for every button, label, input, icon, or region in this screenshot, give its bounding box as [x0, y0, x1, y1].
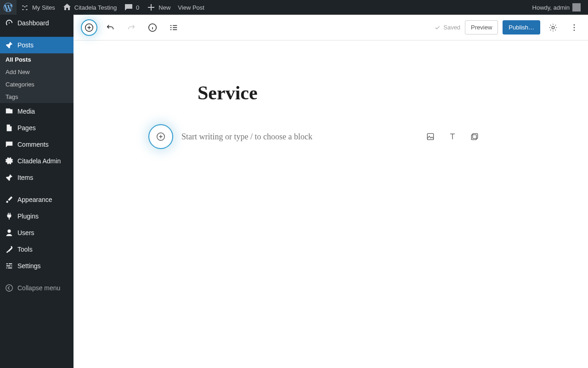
menu-citadela-admin[interactable]: Citadela Admin	[0, 153, 74, 169]
menu-comments[interactable]: Comments	[0, 136, 74, 153]
new-content-menu[interactable]: New	[143, 0, 174, 15]
svg-point-4	[574, 24, 575, 25]
menu-label: Collapse menu	[17, 284, 60, 292]
image-block-icon[interactable]	[425, 131, 436, 142]
heading-block-icon[interactable]	[447, 131, 458, 142]
howdy-label: Howdy, admin	[532, 4, 570, 11]
menu-label: Citadela Admin	[17, 157, 61, 165]
menu-posts[interactable]: Posts	[0, 37, 74, 53]
toolbar-left	[81, 19, 182, 36]
comments-count: 0	[136, 4, 139, 11]
block-editor: Saved Preview Publish… Service Start wri…	[74, 15, 588, 368]
inline-add-block-button[interactable]	[148, 124, 173, 149]
menu-label: Tools	[17, 246, 33, 253]
menu-tools[interactable]: Tools	[0, 241, 74, 258]
editor-content: Service Start writing or type / to choos…	[74, 40, 588, 149]
page-icon	[5, 123, 14, 132]
submenu-posts: All Posts Add New Categories Tags	[0, 53, 74, 103]
menu-pages[interactable]: Pages	[0, 120, 74, 136]
wordpress-icon	[4, 3, 13, 12]
more-options-button[interactable]	[566, 19, 582, 36]
dashboard-icon	[5, 18, 14, 28]
inline-block-tools	[425, 131, 480, 142]
wrench-icon	[5, 245, 14, 254]
svg-point-5	[574, 27, 575, 28]
my-account[interactable]: Howdy, admin	[529, 0, 584, 15]
wp-logo-menu[interactable]	[0, 0, 17, 15]
svg-rect-9	[473, 133, 478, 138]
editor-toolbar: Saved Preview Publish…	[74, 15, 588, 40]
gear-icon	[5, 156, 14, 166]
view-post-label: View Post	[178, 4, 204, 11]
admin-bar-left: My Sites Citadela Testing 0 New View Pos…	[0, 0, 208, 15]
saved-label: Saved	[443, 24, 460, 31]
my-sites-menu[interactable]: My Sites	[17, 0, 59, 15]
add-block-button[interactable]	[81, 19, 97, 36]
menu-label: Plugins	[17, 213, 39, 220]
menu-users[interactable]: Users	[0, 224, 74, 241]
default-block-row: Start writing or type / to choose a bloc…	[181, 124, 480, 149]
block-placeholder-text[interactable]: Start writing or type / to choose a bloc…	[181, 132, 384, 142]
menu-label: Appearance	[17, 196, 52, 203]
menu-label: Comments	[17, 141, 49, 148]
svg-point-3	[552, 26, 554, 29]
admin-bar-right: Howdy, admin	[529, 0, 588, 15]
new-label: New	[158, 4, 170, 11]
sliders-icon	[5, 261, 14, 270]
collapse-icon	[5, 283, 14, 293]
admin-bar: My Sites Citadela Testing 0 New View Pos…	[0, 0, 588, 15]
publish-button[interactable]: Publish…	[503, 20, 540, 34]
menu-media[interactable]: Media	[0, 103, 74, 120]
menu-settings[interactable]: Settings	[0, 258, 74, 274]
menu-label: Dashboard	[17, 19, 49, 27]
save-status: Saved	[434, 24, 460, 31]
redo-button[interactable]	[123, 19, 140, 36]
submenu-categories[interactable]: Categories	[0, 78, 74, 91]
menu-collapse[interactable]: Collapse menu	[0, 280, 74, 296]
site-name-label: Citadela Testing	[74, 4, 117, 11]
comment-icon	[124, 3, 133, 12]
pin-icon	[5, 173, 14, 182]
svg-rect-8	[427, 133, 433, 139]
pin-icon	[5, 40, 14, 50]
menu-items[interactable]: Items	[0, 169, 74, 186]
comments-menu[interactable]: 0	[120, 0, 143, 15]
plug-icon	[5, 212, 14, 221]
settings-button[interactable]	[545, 19, 561, 36]
menu-dashboard[interactable]: Dashboard	[0, 15, 74, 31]
media-icon	[5, 107, 14, 116]
my-sites-label: My Sites	[32, 4, 55, 11]
brush-icon	[5, 195, 14, 204]
menu-label: Items	[17, 174, 33, 181]
toolbar-right: Saved Preview Publish…	[434, 19, 582, 36]
svg-rect-10	[471, 135, 476, 140]
menu-label: Users	[17, 229, 34, 236]
post-title-input[interactable]: Service	[198, 82, 464, 104]
user-icon	[5, 228, 14, 237]
multisite-icon	[20, 3, 29, 12]
submenu-add-new[interactable]: Add New	[0, 66, 74, 78]
menu-label: Pages	[17, 124, 36, 132]
svg-point-6	[574, 29, 575, 31]
admin-sidebar: Dashboard Posts All Posts Add New Catego…	[0, 15, 74, 368]
plus-icon	[147, 3, 156, 12]
preview-button[interactable]: Preview	[465, 20, 498, 34]
site-name-menu[interactable]: Citadela Testing	[59, 0, 120, 15]
outline-button[interactable]	[165, 19, 182, 36]
menu-label: Media	[17, 108, 35, 115]
comment-icon	[5, 140, 14, 149]
submenu-tags[interactable]: Tags	[0, 91, 74, 103]
menu-appearance[interactable]: Appearance	[0, 191, 74, 208]
submenu-all-posts[interactable]: All Posts	[0, 53, 74, 66]
menu-label: Settings	[17, 262, 41, 270]
menu-plugins[interactable]: Plugins	[0, 208, 74, 224]
view-post-link[interactable]: View Post	[174, 0, 208, 15]
gallery-block-icon[interactable]	[469, 131, 480, 142]
svg-point-0	[6, 285, 12, 291]
undo-button[interactable]	[102, 19, 119, 36]
content-info-button[interactable]	[144, 19, 161, 36]
home-icon	[62, 3, 72, 12]
avatar-icon	[572, 3, 581, 12]
menu-label: Posts	[17, 41, 34, 49]
